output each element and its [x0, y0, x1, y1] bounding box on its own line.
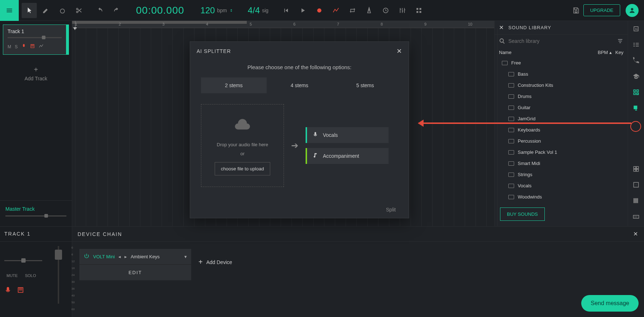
device-box[interactable]: VOLT Mini ◂ ▸ Ambient Keys ▾ EDIT: [79, 249, 191, 280]
preset-prev-icon[interactable]: ◂: [118, 254, 121, 259]
pencil-tool[interactable]: [38, 3, 53, 18]
rail-education-icon[interactable]: [632, 72, 640, 81]
library-item[interactable]: Bass: [495, 68, 628, 80]
loop-button[interactable]: [345, 3, 360, 18]
cut-tool[interactable]: [71, 3, 87, 18]
master-volume-slider[interactable]: [5, 215, 66, 216]
skip-start-button[interactable]: [279, 3, 294, 18]
col-key[interactable]: Key: [615, 50, 623, 55]
mixer-mute-button[interactable]: MUTE: [4, 272, 20, 279]
rail-library-icon[interactable]: [632, 24, 640, 33]
arm-record-icon[interactable]: [21, 43, 26, 51]
rail-split-view-icon[interactable]: [632, 165, 640, 173]
play-button[interactable]: [295, 3, 310, 18]
add-device-button[interactable]: + Add Device: [198, 249, 232, 266]
buy-sounds-button[interactable]: BUY SOUNDS: [500, 207, 545, 221]
close-library-icon[interactable]: ✕: [499, 24, 504, 31]
upgrade-button[interactable]: UPGRADE: [583, 4, 620, 16]
countdown-button[interactable]: [378, 3, 393, 18]
automation-button[interactable]: [328, 3, 343, 18]
rail-ai-splitter-icon[interactable]: [632, 104, 640, 112]
stem-tab[interactable]: 2 stems: [201, 77, 267, 93]
mixer-fader[interactable]: 061218243036405060: [49, 246, 67, 304]
stopwatch-tool[interactable]: [55, 3, 70, 18]
mixer-solo-button[interactable]: SOLO: [23, 272, 38, 279]
mixer-pan-slider[interactable]: [4, 260, 42, 261]
col-name[interactable]: Name: [499, 50, 598, 55]
pointer-tool[interactable]: [22, 3, 37, 18]
library-item[interactable]: Vocals: [495, 180, 628, 191]
dropzone-or: or: [240, 151, 245, 156]
library-item[interactable]: Percussion: [495, 135, 628, 147]
save-button[interactable]: [568, 3, 583, 18]
add-track-button[interactable]: + Add Track: [0, 58, 72, 89]
power-icon[interactable]: [84, 253, 89, 261]
library-item[interactable]: Free: [495, 57, 628, 68]
col-bpm[interactable]: BPM ▴: [598, 50, 612, 55]
midi-icon[interactable]: [30, 43, 35, 51]
library-item-label: Keyboards: [518, 127, 540, 133]
mixer-button[interactable]: [395, 3, 410, 18]
library-item[interactable]: Drums: [495, 91, 628, 102]
track-item[interactable]: Track 1 M S: [3, 24, 69, 55]
rail-piano-icon[interactable]: [632, 196, 640, 205]
split-button[interactable]: Split: [386, 207, 396, 213]
edit-device-button[interactable]: EDIT: [79, 264, 191, 280]
library-item[interactable]: Woodwinds: [495, 191, 628, 202]
dropzone-text: Drop your audio file here: [217, 142, 268, 147]
stem-tab[interactable]: 5 stems: [332, 77, 398, 93]
library-item[interactable]: Strings: [495, 169, 628, 180]
library-item[interactable]: Keyboards: [495, 124, 628, 135]
rail-keyboard-icon[interactable]: [632, 212, 640, 221]
library-item[interactable]: Construction Kits: [495, 80, 628, 91]
menu-hamburger[interactable]: [0, 0, 19, 21]
redo-button[interactable]: [109, 3, 124, 18]
preset-name[interactable]: Ambient Keys: [131, 254, 159, 259]
metronome-button[interactable]: [362, 3, 377, 18]
solo-toggle[interactable]: S: [15, 44, 18, 49]
library-item-label: Smart Midi: [518, 161, 540, 166]
preset-next-icon[interactable]: ▸: [124, 254, 127, 259]
library-item[interactable]: Sample Pack Vol 1: [495, 147, 628, 158]
stem-output-row: Accompaniment: [306, 148, 389, 164]
rail-phone-icon[interactable]: [632, 56, 640, 65]
avatar[interactable]: [626, 4, 639, 17]
sig-display[interactable]: 4/4 sig: [241, 5, 276, 15]
choose-file-button[interactable]: choose file to upload: [215, 162, 270, 175]
rail-ai-icon[interactable]: AI: [632, 88, 640, 97]
modal-subtitle: Please choose one of the following optio…: [190, 61, 409, 77]
stem-tab[interactable]: 4 stems: [267, 77, 332, 93]
ruler-mark: 3: [162, 22, 165, 26]
ruler-mark: 6: [293, 22, 295, 26]
ruler-mark: 4: [206, 22, 208, 26]
mixer-midi-icon[interactable]: [17, 286, 24, 295]
folder-icon: [502, 61, 508, 65]
bpm-value: 120: [201, 5, 215, 15]
ruler-mark: 10: [468, 22, 472, 26]
library-item-label: Woodwinds: [518, 194, 542, 200]
chevron-down-icon[interactable]: ▾: [184, 254, 187, 259]
send-message-button[interactable]: Send message: [581, 295, 639, 312]
device-chain-close-icon[interactable]: ✕: [633, 231, 639, 237]
dropzone[interactable]: Drop your audio file here or choose file…: [201, 104, 284, 187]
grid-button[interactable]: [411, 3, 426, 18]
bpm-display[interactable]: 120 bpm: [193, 5, 241, 15]
modal-close-icon[interactable]: ✕: [397, 47, 402, 55]
library-item[interactable]: Guitar: [495, 102, 628, 113]
sig-label: sig: [262, 8, 268, 13]
automation-icon[interactable]: [39, 43, 44, 51]
library-item[interactable]: JamGrid: [495, 113, 628, 124]
search-input[interactable]: [508, 38, 614, 44]
undo-button[interactable]: [92, 3, 108, 18]
filter-icon[interactable]: [617, 37, 623, 45]
library-item-label: Free: [511, 60, 521, 66]
rail-loops-icon[interactable]: [632, 40, 640, 49]
track-volume-slider[interactable]: [8, 37, 62, 38]
rail-fullscreen-icon[interactable]: [632, 180, 640, 189]
add-track-label: Add Track: [25, 76, 47, 81]
library-item[interactable]: Smart Midi: [495, 158, 628, 169]
timeline-ruler[interactable]: 12345678910: [72, 21, 494, 28]
record-button[interactable]: [312, 3, 327, 18]
mixer-record-icon[interactable]: [4, 286, 12, 295]
mute-toggle[interactable]: M: [8, 44, 11, 49]
